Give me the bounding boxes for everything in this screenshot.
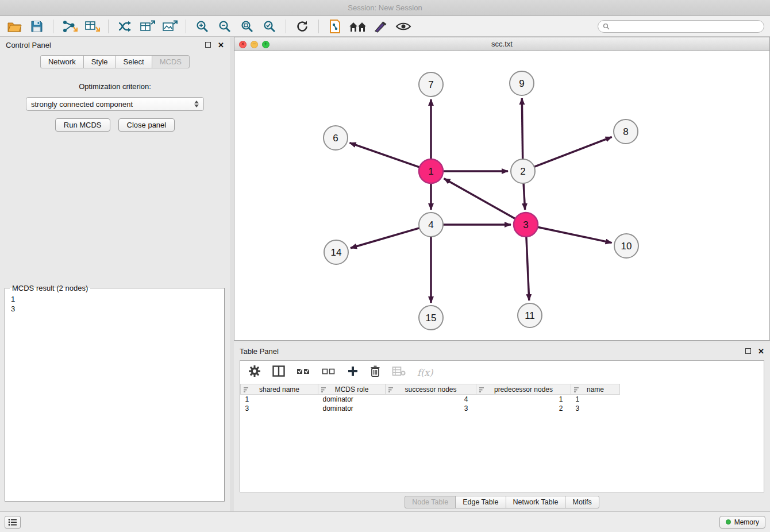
control-panel-title: Control Panel bbox=[6, 41, 51, 49]
zoom-in-icon[interactable] bbox=[194, 18, 211, 35]
column-header-successor-nodes[interactable]: successor nodes bbox=[386, 384, 476, 395]
cell-predecessor-nodes[interactable]: 2 bbox=[476, 404, 571, 413]
network-window-title: scc.txt bbox=[491, 40, 513, 48]
dropdown-stepper-icon bbox=[194, 101, 199, 107]
column-header-shared-name[interactable]: shared name bbox=[241, 384, 318, 395]
column-header-predecessor-nodes[interactable]: predecessor nodes bbox=[476, 384, 571, 395]
eye-icon[interactable] bbox=[395, 18, 412, 35]
node-4[interactable]: 4 bbox=[419, 213, 443, 237]
delete-row-trash-icon[interactable] bbox=[370, 365, 380, 380]
cell-predecessor-nodes[interactable]: 1 bbox=[476, 395, 571, 404]
column-header-name[interactable]: name bbox=[571, 384, 620, 395]
cell-mcds-role[interactable]: dominator bbox=[318, 404, 386, 413]
add-column-icon[interactable] bbox=[347, 365, 359, 379]
edge-1-6[interactable] bbox=[350, 143, 420, 168]
edge-3-11[interactable] bbox=[526, 237, 529, 300]
node-2[interactable]: 2 bbox=[511, 159, 535, 183]
node-6[interactable]: 6 bbox=[324, 126, 348, 150]
float-table-panel-icon[interactable] bbox=[745, 348, 751, 354]
node-9[interactable]: 9 bbox=[510, 71, 534, 95]
cell-shared-name[interactable]: 1 bbox=[241, 395, 318, 404]
tab-select[interactable]: Select bbox=[116, 55, 152, 68]
svg-text:14: 14 bbox=[331, 247, 342, 258]
edge-3-1[interactable] bbox=[444, 179, 515, 219]
main-toolbar bbox=[0, 16, 770, 37]
control-panel-tabs: NetworkStyleSelectMCDS bbox=[0, 55, 230, 68]
column-header-mcds-role[interactable]: MCDS role bbox=[318, 384, 386, 395]
minimize-window-icon[interactable] bbox=[251, 41, 258, 48]
float-panel-icon[interactable] bbox=[205, 42, 211, 48]
memory-button[interactable]: Memory bbox=[719, 516, 765, 529]
cell-mcds-role[interactable]: dominator bbox=[318, 395, 386, 404]
node-10[interactable]: 10 bbox=[614, 234, 638, 258]
select-all-columns-icon[interactable] bbox=[297, 367, 310, 378]
cell-shared-name[interactable]: 3 bbox=[241, 404, 318, 413]
mcds-result-line: 1 bbox=[11, 294, 218, 304]
close-table-panel-icon[interactable] bbox=[758, 347, 764, 356]
refresh-icon[interactable] bbox=[294, 18, 311, 35]
close-window-icon[interactable] bbox=[239, 41, 247, 48]
maximize-window-icon[interactable] bbox=[262, 41, 270, 48]
cell-successor-nodes[interactable]: 3 bbox=[386, 404, 476, 413]
edge-2-8[interactable] bbox=[534, 137, 612, 167]
edge-2-9[interactable] bbox=[522, 98, 522, 159]
toolbar-separator bbox=[53, 20, 53, 33]
network-canvas[interactable]: 7968124314101511 bbox=[234, 51, 769, 340]
tab-mcds[interactable]: MCDS bbox=[152, 55, 190, 68]
cell-successor-nodes[interactable]: 4 bbox=[386, 395, 476, 404]
function-builder-icon: f(x) bbox=[417, 367, 433, 378]
deselect-all-columns-icon[interactable] bbox=[322, 367, 336, 378]
tab-edge-table[interactable]: Edge Table bbox=[455, 496, 506, 508]
node-3[interactable]: 3 bbox=[514, 213, 538, 237]
brush-icon[interactable] bbox=[372, 18, 390, 35]
search-field[interactable] bbox=[598, 20, 764, 33]
memory-status-dot bbox=[726, 519, 731, 525]
node-15[interactable]: 15 bbox=[419, 306, 443, 330]
zoom-fit-icon[interactable] bbox=[238, 18, 256, 35]
cell-name[interactable]: 1 bbox=[571, 395, 620, 404]
export-table-icon[interactable] bbox=[138, 18, 156, 35]
close-panel-icon[interactable] bbox=[218, 41, 224, 49]
import-network-icon[interactable] bbox=[61, 18, 78, 35]
table-panel: Table Panel bbox=[234, 343, 770, 511]
close-panel-button[interactable]: Close panel bbox=[118, 118, 175, 132]
search-input[interactable] bbox=[613, 22, 759, 30]
document-network-icon[interactable] bbox=[326, 18, 344, 35]
node-7[interactable]: 7 bbox=[419, 72, 443, 97]
node-1[interactable]: 1 bbox=[419, 159, 443, 183]
open-folder-icon[interactable] bbox=[6, 18, 23, 35]
table-settings-gear-icon[interactable] bbox=[248, 365, 261, 380]
svg-text:6: 6 bbox=[333, 133, 338, 144]
zoom-selected-icon[interactable] bbox=[261, 18, 278, 35]
tab-motifs[interactable]: Motifs bbox=[565, 496, 599, 508]
save-session-icon[interactable] bbox=[28, 18, 45, 35]
import-table-icon[interactable] bbox=[83, 18, 101, 35]
table-panel-title: Table Panel bbox=[240, 347, 279, 356]
svg-text:9: 9 bbox=[519, 78, 524, 89]
cell-name[interactable]: 3 bbox=[571, 404, 620, 413]
edge-4-14[interactable] bbox=[351, 228, 419, 248]
edge-3-10[interactable] bbox=[538, 227, 612, 242]
table-row[interactable]: 1dominator411 bbox=[241, 395, 764, 404]
tab-network-table[interactable]: Network Table bbox=[506, 496, 566, 508]
zoom-out-icon[interactable] bbox=[216, 18, 233, 35]
show-columns-icon[interactable] bbox=[272, 365, 285, 379]
panel-splitter[interactable] bbox=[230, 37, 234, 511]
export-image-icon[interactable] bbox=[161, 18, 178, 35]
table-panel-header: Table Panel bbox=[234, 343, 770, 359]
criterion-dropdown[interactable]: strongly connected component bbox=[26, 97, 204, 111]
svg-text:2: 2 bbox=[520, 166, 525, 177]
task-history-icon[interactable] bbox=[5, 516, 21, 529]
tab-node-table[interactable]: Node Table bbox=[405, 496, 456, 508]
control-panel: Control Panel NetworkStyleSelectMCDS Opt… bbox=[0, 37, 230, 511]
table-row[interactable]: 3dominator323 bbox=[241, 404, 764, 413]
tab-network[interactable]: Network bbox=[40, 55, 84, 68]
node-14[interactable]: 14 bbox=[324, 240, 348, 264]
houses-icon[interactable] bbox=[349, 18, 367, 35]
network-arrows-icon[interactable] bbox=[116, 18, 133, 35]
edge-2-3[interactable] bbox=[523, 183, 525, 210]
run-mcds-button[interactable]: Run MCDS bbox=[55, 118, 110, 132]
node-11[interactable]: 11 bbox=[518, 303, 542, 327]
node-8[interactable]: 8 bbox=[614, 119, 638, 144]
tab-style[interactable]: Style bbox=[83, 55, 116, 68]
